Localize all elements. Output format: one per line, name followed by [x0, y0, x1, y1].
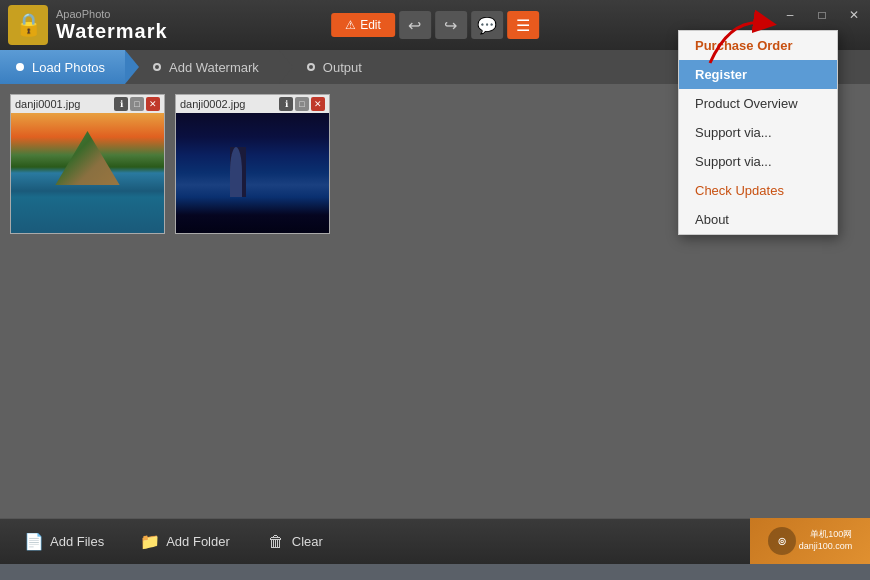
close-icon-2[interactable]: ✕ — [311, 97, 325, 111]
photo-name-1: danji0001.jpg — [15, 98, 80, 110]
dropdown-item-support1[interactable]: Support via... — [679, 118, 837, 147]
minimize-button[interactable]: – — [774, 0, 806, 30]
watermark-logo: ◎ 单机100网 danji100.com — [750, 518, 870, 564]
dropdown-item-purchase[interactable]: Purchase Order — [679, 31, 837, 60]
settings-icon-1[interactable]: □ — [130, 97, 144, 111]
step-load-photos[interactable]: Load Photos — [0, 50, 125, 84]
step-output[interactable]: Output — [279, 50, 382, 84]
step-label-output: Output — [323, 60, 362, 75]
undo-button[interactable]: ↩ — [399, 11, 431, 39]
app-title: Watermark — [56, 20, 168, 43]
wm-text-line2: danji100.com — [799, 541, 853, 553]
step-dot-load — [16, 63, 24, 71]
dropdown-item-about[interactable]: About — [679, 205, 837, 234]
add-files-icon: 📄 — [24, 532, 44, 552]
app-name-block: ApaoPhoto Watermark — [56, 8, 168, 43]
menu-icon: ☰ — [516, 16, 530, 35]
add-files-label: Add Files — [50, 534, 104, 549]
settings-icon-2[interactable]: □ — [295, 97, 309, 111]
photo-card-header-2: danji0002.jpg ℹ □ ✕ — [176, 95, 329, 113]
photo-icons-1: ℹ □ ✕ — [114, 97, 160, 111]
info-icon-2[interactable]: ℹ — [279, 97, 293, 111]
photo-thumb-2 — [176, 113, 329, 233]
add-folder-icon: 📁 — [140, 532, 160, 552]
step-dot-watermark — [153, 63, 161, 71]
dropdown-item-product[interactable]: Product Overview — [679, 89, 837, 118]
bottom-bar: 📄 Add Files 📁 Add Folder 🗑 Clear ◎ 单机100… — [0, 518, 870, 564]
wm-circle-icon: ◎ — [768, 527, 796, 555]
add-folder-button[interactable]: 📁 Add Folder — [132, 528, 238, 556]
warning-icon: ⚠ — [345, 18, 356, 32]
mountain-image — [11, 113, 164, 233]
redo-icon: ↪ — [444, 16, 457, 35]
app-logo: 🔒 — [8, 5, 48, 45]
close-button[interactable]: ✕ — [838, 0, 870, 30]
app-brand: ApaoPhoto — [56, 8, 168, 20]
window-controls: – □ ✕ — [774, 0, 870, 30]
add-files-button[interactable]: 📄 Add Files — [16, 528, 112, 556]
dropdown-item-register[interactable]: Register — [679, 60, 837, 89]
photo-card-2: danji0002.jpg ℹ □ ✕ — [175, 94, 330, 234]
info-icon-1[interactable]: ℹ — [114, 97, 128, 111]
clear-icon: 🗑 — [266, 532, 286, 552]
close-icon-1[interactable]: ✕ — [146, 97, 160, 111]
undo-icon: ↩ — [408, 16, 421, 35]
photo-thumb-1 — [11, 113, 164, 233]
title-tools: ⚠ Edit ↩ ↪ 💬 ☰ — [331, 11, 539, 39]
night-image — [176, 113, 329, 233]
dropdown-item-check-updates[interactable]: Check Updates — [679, 176, 837, 205]
photo-card-header-1: danji0001.jpg ℹ □ ✕ — [11, 95, 164, 113]
photo-card-1: danji0001.jpg ℹ □ ✕ — [10, 94, 165, 234]
menu-button[interactable]: ☰ — [507, 11, 539, 39]
step-label-watermark: Add Watermark — [169, 60, 259, 75]
add-folder-label: Add Folder — [166, 534, 230, 549]
step-label-load: Load Photos — [32, 60, 105, 75]
dropdown-item-support2[interactable]: Support via... — [679, 147, 837, 176]
chat-button[interactable]: 💬 — [471, 11, 503, 39]
dropdown-menu: Purchase Order Register Product Overview… — [678, 30, 838, 235]
wm-text-line1: 单机100网 — [799, 529, 853, 541]
clear-label: Clear — [292, 534, 323, 549]
edit-button[interactable]: ⚠ Edit — [331, 13, 395, 37]
clear-button[interactable]: 🗑 Clear — [258, 528, 331, 556]
photo-name-2: danji0002.jpg — [180, 98, 245, 110]
chat-icon: 💬 — [477, 16, 497, 35]
step-dot-output — [307, 63, 315, 71]
lock-icon: 🔒 — [15, 12, 42, 38]
maximize-button[interactable]: □ — [806, 0, 838, 30]
redo-button[interactable]: ↪ — [435, 11, 467, 39]
step-add-watermark[interactable]: Add Watermark — [125, 50, 279, 84]
photo-icons-2: ℹ □ ✕ — [279, 97, 325, 111]
